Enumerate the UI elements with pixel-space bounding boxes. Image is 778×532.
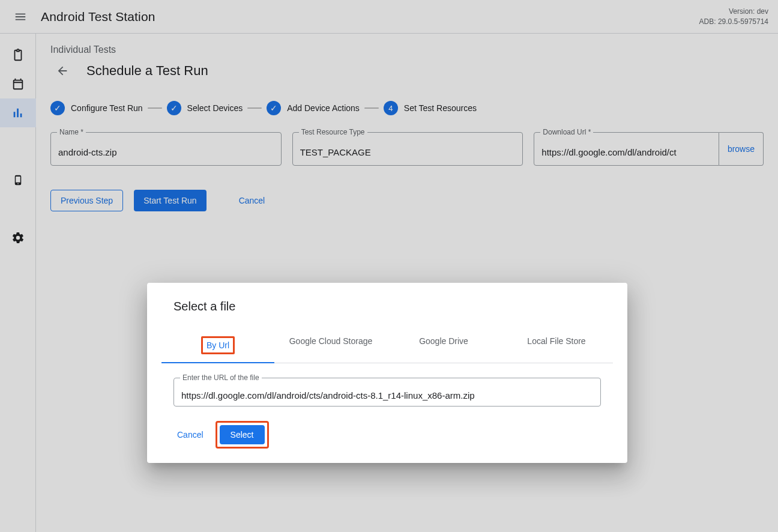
tab-gcs[interactable]: Google Cloud Storage bbox=[274, 328, 387, 363]
select-file-dialog: Select a file By Url Google Cloud Storag… bbox=[147, 283, 627, 463]
url-input-field[interactable]: Enter the URL of the file bbox=[173, 378, 601, 407]
dialog-title: Select a file bbox=[173, 300, 613, 313]
dialog-select-button[interactable]: Select bbox=[220, 425, 265, 444]
tab-label: Local File Store bbox=[527, 336, 585, 346]
tab-label-highlighted: By Url bbox=[201, 336, 235, 354]
dialog-tabs: By Url Google Cloud Storage Google Drive… bbox=[161, 328, 613, 363]
tab-label: Google Drive bbox=[419, 336, 468, 346]
tab-local[interactable]: Local File Store bbox=[500, 328, 613, 363]
dialog-actions: Cancel Select bbox=[173, 421, 613, 449]
tab-by-url[interactable]: By Url bbox=[161, 328, 274, 363]
field-label: Enter the URL of the file bbox=[180, 373, 262, 382]
select-button-highlight: Select bbox=[216, 421, 269, 449]
tab-indicator bbox=[161, 362, 274, 363]
url-input[interactable] bbox=[174, 378, 600, 406]
tab-label: Google Cloud Storage bbox=[289, 336, 373, 346]
dialog-cancel-button[interactable]: Cancel bbox=[173, 425, 207, 444]
tab-drive[interactable]: Google Drive bbox=[387, 328, 500, 363]
